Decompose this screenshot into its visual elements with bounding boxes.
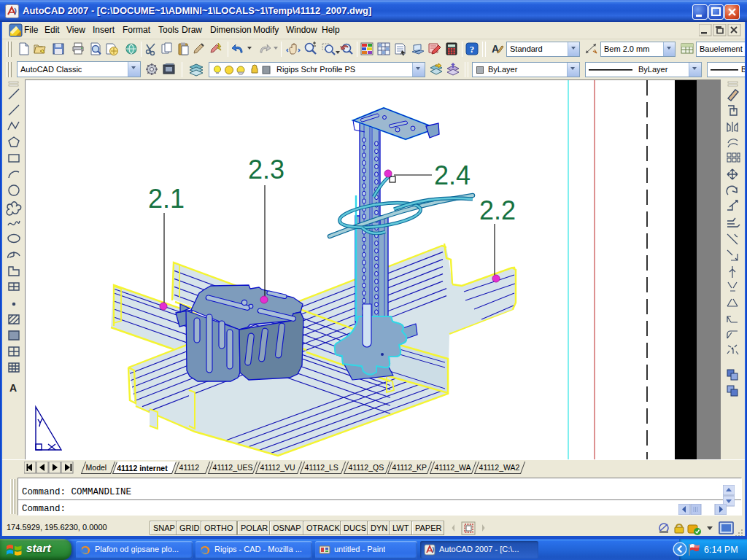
- svg-text:A: A: [9, 382, 17, 394]
- svg-text:2.1: 2.1: [148, 184, 185, 214]
- svg-text:2.4: 2.4: [434, 160, 471, 190]
- svg-text:2.3: 2.3: [248, 155, 285, 184]
- svg-text:2.2: 2.2: [479, 195, 516, 225]
- svg-text:?: ?: [470, 44, 475, 55]
